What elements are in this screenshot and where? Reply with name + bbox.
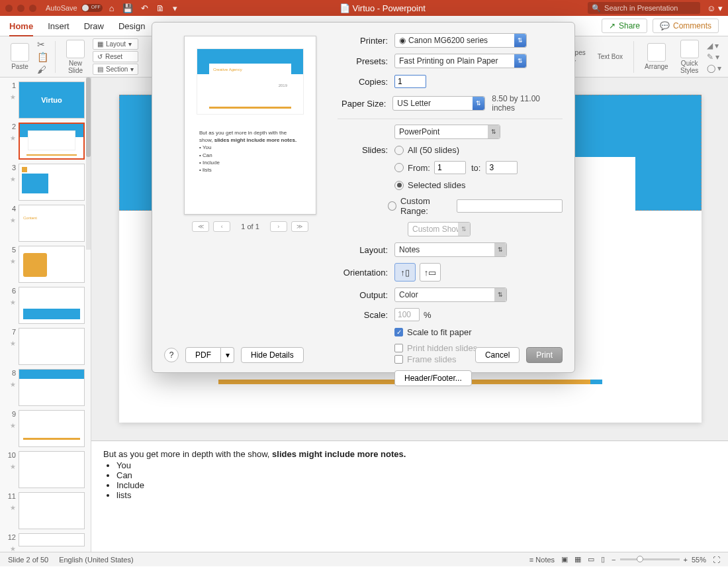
zoom-in[interactable]: + [684,556,688,564]
print-button[interactable]: Print [526,347,563,363]
tab-design[interactable]: Design [118,21,145,31]
preview-next[interactable]: › [270,221,287,232]
zoom-out[interactable]: − [612,556,615,564]
preview-prev[interactable]: ‹ [213,221,230,232]
radio-custom-range[interactable] [388,201,396,211]
thumbnail-12[interactable] [19,533,85,546]
orientation-landscape[interactable]: ↑▭ [420,263,441,282]
search-input[interactable]: 🔍 Search in Presentation [588,2,700,14]
presets-select[interactable]: Fast Printing on Plain Paper⇅ [394,54,527,68]
to-input[interactable] [486,161,518,174]
scale-input [394,308,420,321]
hide-details-button[interactable]: Hide Details [241,347,304,363]
normal-view-icon[interactable]: ▣ [561,555,568,564]
thumbnail-10[interactable] [19,451,85,488]
thumbnail-11[interactable] [19,492,85,529]
textbox-button[interactable]: Text Box [594,53,627,60]
radio-selected[interactable] [394,181,404,190]
paste-button[interactable]: Paste [7,43,33,70]
radio-all[interactable] [394,146,404,155]
tab-home[interactable]: Home [9,21,33,36]
thumbnail-9[interactable] [19,410,85,447]
autosave-label: AutoSave [46,4,77,12]
home-icon[interactable]: ⌂ [109,3,114,13]
thumbnail-panel[interactable]: 1★Virtuo 2★ 3★ 4★Content 5★ 6★ 7★ 8★ 9★ … [0,77,91,552]
titlebar: AutoSave ⌂ 💾 ↶ 🗎 ▾ 📄 Virtuo - Powerpoint… [0,0,728,16]
pdf-dropdown[interactable]: ▾ [221,347,234,363]
new-slide-button[interactable]: New Slide [62,40,89,74]
thumbnail-7[interactable] [19,328,85,365]
copy-icon[interactable]: 📋 [37,52,48,62]
tab-insert[interactable]: Insert [48,21,69,31]
cut-icon[interactable]: ✂ [37,39,48,50]
thumbnail-5[interactable] [19,246,85,283]
zoom-slider[interactable] [620,558,680,560]
notes-item: You [116,460,716,470]
status-bar: Slide 2 of 50 English (United States) ≡ … [0,552,728,566]
header-footer-button[interactable]: Header/Footer... [394,370,472,386]
notes-pane[interactable]: But as you get more in depth with the sh… [91,440,728,552]
feedback-icon[interactable]: ☺ ▾ [707,3,723,13]
thumb-scrollbar[interactable] [86,77,91,157]
more-icon[interactable]: ▾ [173,3,177,13]
notes-bold: slides might include more notes. [272,449,406,459]
share-button[interactable]: ↗ Share [602,19,647,33]
printer-select[interactable]: ◉Canon MG6200 series⇅ [394,33,527,48]
preview-count: 1 of 1 [234,223,266,231]
cancel-button[interactable]: Cancel [475,347,520,363]
window-title: 📄 Virtuo - Powerpoint [177,3,588,13]
output-select[interactable]: Color⇅ [394,287,507,302]
thumbnail-6[interactable] [19,287,85,324]
slideshow-icon[interactable]: ▯ [601,555,605,564]
section-button[interactable]: ▤ Section ▾ [93,64,138,75]
arrange-button[interactable]: Arrange [641,43,672,70]
thumbnail-8[interactable] [19,369,85,406]
thumbnail-4[interactable]: Content [19,205,85,242]
tab-draw[interactable]: Draw [84,21,104,31]
file-icon[interactable]: 🗎 [156,3,165,13]
fit-icon[interactable]: ⛶ [713,556,720,564]
reading-view-icon[interactable]: ▭ [588,555,594,564]
shape-fill-icon[interactable]: ◢ ▾ [707,41,721,50]
thumbnail-2[interactable] [19,123,85,160]
print-preview: Creative Agency2019 But as you get more … [184,36,316,215]
preview-card-title: Creative Agency [209,64,291,76]
window-controls[interactable] [5,5,36,12]
thumbnail-1[interactable]: Virtuo [19,81,85,119]
notes-item: Include [116,480,716,490]
notes-lead: But as you get more in depth with the sh… [103,449,272,459]
custom-range-input[interactable] [457,199,563,213]
preview-last[interactable]: ≫ [291,221,308,232]
autosave-toggle[interactable] [81,4,103,12]
paper-dimensions: 8.50 by 11.00 inches [492,94,563,113]
app-select[interactable]: PowerPoint⇅ [394,125,500,139]
shape-outline-icon[interactable]: ✎ ▾ [707,52,721,62]
preview-first[interactable]: ≪ [192,221,209,232]
radio-from[interactable] [394,163,404,172]
slide-counter[interactable]: Slide 2 of 50 [8,556,48,564]
reset-button[interactable]: ↺ Reset [93,51,138,62]
layout-select[interactable]: Notes⇅ [394,242,507,257]
comments-button[interactable]: 💬 Comments [653,19,719,33]
undo-icon[interactable]: ↶ [141,3,148,13]
layout-button[interactable]: ▦ Layout ▾ [93,38,138,50]
chk-scale-fit[interactable]: ✓ [394,328,403,336]
from-input[interactable] [434,161,466,174]
thumbnail-3[interactable] [19,164,85,201]
format-painter-icon[interactable]: 🖌 [37,64,48,75]
papersize-select[interactable]: US Letter⇅ [392,96,485,111]
sorter-view-icon[interactable]: ▦ [574,555,581,564]
orientation-portrait[interactable]: ↑▯ [394,263,416,282]
pdf-button[interactable]: PDF [185,347,221,363]
zoom-value[interactable]: 55% [692,556,706,564]
star-icon[interactable]: ★ [10,93,16,101]
notes-toggle[interactable]: ≡ Notes [529,556,555,564]
quick-styles-button[interactable]: Quick Styles [676,40,703,74]
save-icon[interactable]: 💾 [122,3,133,13]
print-dialog: Creative Agency2019 But as you get more … [152,22,575,373]
copies-input[interactable] [394,75,426,88]
language[interactable]: English (United States) [59,556,134,564]
shape-effects-icon[interactable]: ◯ ▾ [707,64,721,73]
slide-blue-cap[interactable] [590,380,602,384]
help-button[interactable]: ? [164,348,179,362]
